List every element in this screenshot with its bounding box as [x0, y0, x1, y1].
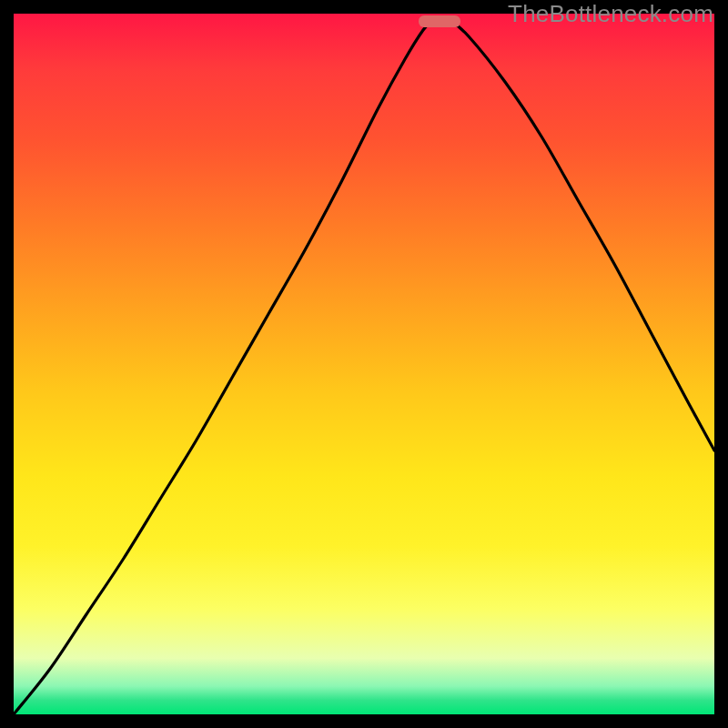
watermark-text: TheBottleneck.com [508, 0, 713, 28]
curve-svg [14, 14, 714, 714]
bottleneck-curve [14, 18, 714, 714]
plot-area [14, 14, 714, 714]
sweet-spot-marker [419, 15, 460, 27]
chart-frame: TheBottleneck.com [0, 0, 728, 728]
